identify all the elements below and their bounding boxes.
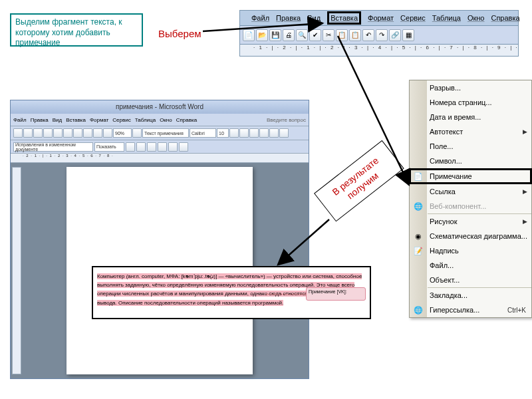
submenu-arrow-icon: ▶: [523, 128, 527, 135]
word-mini-menu: Файл Правка Вид Вставка Формат Сервис Та…: [11, 114, 309, 126]
dropdown-item-label: Надпись: [430, 247, 459, 255]
dropdown-item-4[interactable]: Поле...: [410, 139, 531, 154]
table-icon[interactable]: ▦: [402, 29, 414, 41]
dropdown-item-3[interactable]: Автотекст▶: [410, 124, 531, 139]
result-label-box: В результате получим: [314, 140, 404, 222]
ask-question-field[interactable]: Введите вопрос: [267, 117, 306, 123]
mini-help-icon[interactable]: [132, 128, 142, 138]
dropdown-item-label: Схематическая диаграмма...: [430, 232, 527, 240]
comment-balloon[interactable]: Примечание [VK]:: [306, 287, 366, 301]
mini-preview-icon[interactable]: [53, 128, 63, 138]
undo-icon[interactable]: ↶: [362, 29, 374, 41]
dropdown-item-15[interactable]: Файл...: [410, 258, 531, 273]
highlight-icon[interactable]: [179, 142, 188, 152]
dropdown-item-label: Объект...: [430, 276, 460, 284]
prev-change-icon[interactable]: [126, 142, 135, 152]
italic-icon[interactable]: [239, 128, 249, 138]
copy-icon[interactable]: 📋: [336, 29, 348, 41]
mini-paste-icon[interactable]: [83, 128, 92, 138]
show-field[interactable]: Показать: [94, 142, 124, 152]
mini-new-icon[interactable]: [13, 128, 23, 138]
comment-icon[interactable]: [168, 142, 178, 152]
dropdown-item-13[interactable]: ◉Схематическая диаграмма...: [410, 229, 531, 243]
menu-insert-highlighted[interactable]: Вставка: [327, 11, 361, 25]
mini-cut-icon[interactable]: [63, 128, 72, 138]
next-change-icon[interactable]: [136, 142, 146, 152]
link-icon[interactable]: 🔗: [389, 29, 401, 41]
bold-icon[interactable]: [229, 128, 239, 138]
menu-table[interactable]: Таблица: [432, 14, 461, 22]
word-window: примечания - Microsoft Word Файл Правка …: [10, 100, 309, 379]
result-label-text: В результате получим: [330, 155, 380, 201]
align-left-icon[interactable]: [259, 128, 269, 138]
style-field[interactable]: Текст примечания: [142, 128, 189, 138]
result-box: Компьютер (англ. computer, МФА: [kəmˈpju…: [92, 266, 371, 319]
save-icon[interactable]: 💾: [269, 29, 281, 41]
menu-window[interactable]: Окно: [467, 14, 485, 22]
mini-menu-help[interactable]: Справка: [176, 117, 197, 123]
open-icon[interactable]: 📂: [256, 29, 268, 41]
align-right-icon[interactable]: [279, 128, 289, 138]
mini-menu-insert[interactable]: Вставка: [66, 117, 86, 123]
dropdown-item-0[interactable]: Разрыв...: [410, 80, 531, 95]
track-changes-field[interactable]: Исправления в измененном документе: [13, 142, 93, 152]
redo-icon[interactable]: ↷: [376, 29, 388, 41]
reject-icon[interactable]: [158, 142, 167, 152]
dropdown-item-icon: ◉: [413, 231, 424, 241]
mini-undo-icon[interactable]: [93, 128, 102, 138]
dropdown-item-label: Веб-компонент...: [430, 202, 486, 210]
mini-open-icon[interactable]: [23, 128, 33, 138]
zoom-field[interactable]: 90%: [113, 128, 132, 138]
menu-format[interactable]: Формат: [368, 14, 394, 22]
dropdown-item-7[interactable]: 📄Примечание: [410, 169, 531, 184]
preview-icon[interactable]: 🔍: [296, 29, 308, 41]
align-center-icon[interactable]: [269, 128, 279, 138]
cut-icon[interactable]: ✂: [323, 29, 334, 41]
comment-connector: [266, 294, 306, 295]
dropdown-item-2[interactable]: Дата и время...: [410, 110, 531, 124]
size-field[interactable]: 10: [217, 128, 229, 138]
accept-icon[interactable]: [147, 142, 156, 152]
mini-menu-tools[interactable]: Сервис: [112, 117, 130, 123]
dropdown-item-18[interactable]: Закладка...: [410, 288, 531, 303]
mini-save-icon[interactable]: [33, 128, 43, 138]
mini-menu-view[interactable]: Вид: [53, 117, 62, 123]
mini-menu-table[interactable]: Таблица: [135, 117, 156, 123]
menu-file[interactable]: Файл: [251, 14, 269, 22]
instruction-note: Выделим фрагмент текста, к которому хоти…: [10, 13, 143, 47]
dropdown-item-19[interactable]: 🌐Гиперссылка...Ctrl+K: [410, 303, 531, 317]
menu-tools[interactable]: Сервис: [400, 14, 426, 22]
spell-icon[interactable]: ✔: [309, 29, 321, 41]
font-field[interactable]: Calibri: [190, 128, 216, 138]
dropdown-item-1[interactable]: Номера страниц...: [410, 95, 531, 110]
dropdown-item-label: Гиперссылка...: [430, 306, 479, 314]
dropdown-item-5[interactable]: Символ...: [410, 154, 531, 168]
toolbar-row: 📄 📂 💾 🖨 🔍 ✔ ✂ 📋 📋 ↶ ↷ 🔗 ▦: [239, 26, 519, 45]
menu-view[interactable]: Вид: [307, 14, 321, 22]
ruler-top: · 1 · | · 2 · | · 1 · | · 2 · | · 3 · | …: [239, 45, 519, 57]
vertical-ruler: [12, 167, 21, 374]
word-toolbar-2: Исправления в измененном документе Показ…: [11, 140, 309, 154]
mini-menu-window[interactable]: Окно: [160, 117, 172, 123]
mini-menu-edit[interactable]: Правка: [31, 117, 49, 123]
dropdown-item-label: Примечание: [430, 172, 472, 180]
mini-menu-file[interactable]: Файл: [13, 117, 27, 123]
menu-help[interactable]: Справка: [491, 14, 519, 22]
mini-copy-icon[interactable]: [73, 128, 82, 138]
dropdown-item-16[interactable]: Объект...: [410, 273, 531, 287]
dropdown-item-icon: 📝: [413, 245, 424, 256]
dropdown-item-label: Рисунок: [430, 217, 458, 225]
mini-redo-icon[interactable]: [103, 128, 112, 138]
dropdown-item-14[interactable]: 📝Надпись: [410, 243, 531, 258]
dropdown-item-9[interactable]: Ссылка▶: [410, 184, 531, 199]
mini-menu-format[interactable]: Формат: [90, 117, 108, 123]
new-icon[interactable]: 📄: [243, 29, 255, 41]
menu-edit[interactable]: Правка: [276, 14, 301, 22]
dropdown-item-label: Номера страниц...: [430, 98, 492, 106]
dropdown-item-12[interactable]: Рисунок▶: [410, 214, 531, 229]
mini-print-icon[interactable]: [43, 128, 53, 138]
underline-icon[interactable]: [249, 128, 259, 138]
print-icon[interactable]: 🖨: [283, 29, 295, 41]
word-menubar: Файл Правка Вид Вставка Формат Сервис Та…: [239, 10, 519, 26]
paste-icon[interactable]: 📋: [349, 29, 361, 41]
